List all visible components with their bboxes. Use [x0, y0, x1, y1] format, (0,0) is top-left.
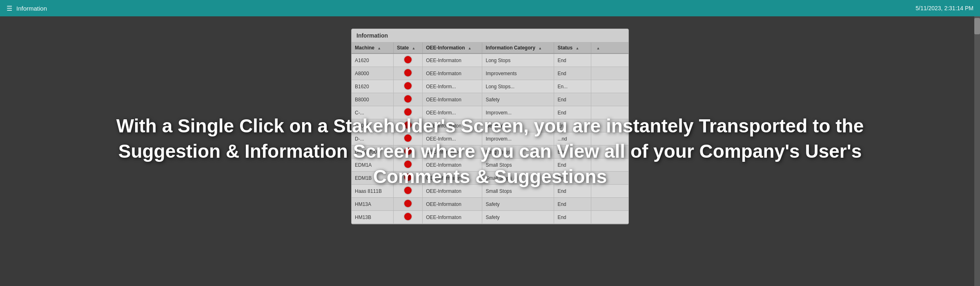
info-panel: Information Machine ▲ State ▲ OEE-Inform… — [351, 29, 629, 224]
table-row[interactable]: EDM1BOEE-InformatonSmall StopsEnd — [352, 172, 628, 185]
cell-info-category: Small Stops — [482, 185, 554, 198]
cell-info-category: Small Stops — [482, 159, 554, 172]
table-row[interactable]: A1620OEE-InformatonLong StopsEnd — [352, 54, 628, 67]
col-extra-header[interactable]: ▲ — [591, 42, 628, 54]
col-machine-header[interactable]: Machine ▲ — [352, 42, 393, 54]
datetime: 5/11/2023, 2:31:14 PM — [915, 5, 973, 11]
cell-status: End — [554, 172, 591, 185]
table-body: A1620OEE-InformatonLong StopsEndA8000OEE… — [352, 54, 628, 224]
cell-state — [393, 93, 422, 106]
sort-arrow-extra: ▲ — [596, 46, 600, 50]
state-indicator-red — [404, 147, 412, 155]
sort-arrow-state: ▲ — [412, 46, 416, 50]
cell-extra — [591, 132, 628, 145]
cell-state — [393, 145, 422, 159]
topbar-left: ☰ Information — [7, 4, 47, 12]
cell-extra — [591, 93, 628, 106]
cell-state — [393, 159, 422, 172]
col-status-header[interactable]: Status ▲ — [554, 42, 591, 54]
sort-arrow-status: ▲ — [575, 46, 579, 50]
cell-oee: OEE-Informaton — [423, 172, 482, 185]
cell-machine: A8000 — [352, 67, 393, 80]
table-row[interactable]: C8000OEE-InformatonGeneralEnd — [352, 119, 628, 132]
table-row[interactable]: EDM1AOEE-InformatonSmall StopsEnd — [352, 159, 628, 172]
cell-extra — [591, 211, 628, 224]
state-indicator-red — [404, 200, 412, 207]
state-indicator-red — [404, 56, 412, 63]
table-row[interactable]: DNM6700OEE-InformatonLong StopsEnd — [352, 145, 628, 159]
cell-extra — [591, 198, 628, 211]
cell-status: End — [554, 145, 591, 159]
cell-state — [393, 67, 422, 80]
cell-machine: DNM6700 — [352, 145, 393, 159]
cell-status: End — [554, 211, 591, 224]
cell-info-category: Improvem... — [482, 132, 554, 145]
cell-extra — [591, 80, 628, 93]
state-indicator-red — [404, 95, 412, 103]
state-indicator-red — [404, 134, 412, 142]
state-indicator-red — [404, 121, 412, 129]
cell-status: End — [554, 106, 591, 119]
col-oee-header[interactable]: OEE-Information ▲ — [423, 42, 482, 54]
cell-extra — [591, 54, 628, 67]
cell-oee: OEE-Inform... — [423, 132, 482, 145]
table-row[interactable]: HM13BOEE-InformatonSafetyEnd — [352, 211, 628, 224]
cell-info-category: Long Stops... — [482, 80, 554, 93]
cell-machine: A1620 — [352, 54, 393, 67]
col-state-header[interactable]: State ▲ — [393, 42, 422, 54]
cell-extra — [591, 119, 628, 132]
cell-state — [393, 80, 422, 93]
cell-state — [393, 119, 422, 132]
cell-status: End — [554, 185, 591, 198]
table-row[interactable]: B1620OEE-Inform...Long Stops...En... — [352, 80, 628, 93]
cell-status: End — [554, 93, 591, 106]
cell-extra — [591, 159, 628, 172]
table-row[interactable]: A8000OEE-InformatonImprovementsEnd — [352, 67, 628, 80]
cell-state — [393, 132, 422, 145]
cell-info-category: Safety — [482, 211, 554, 224]
cell-machine: C8000 — [352, 119, 393, 132]
cell-info-category: Small Stops — [482, 172, 554, 185]
cell-state — [393, 211, 422, 224]
table-header-row: Machine ▲ State ▲ OEE-Information ▲ Info… — [352, 42, 628, 54]
cell-oee: OEE-Informaton — [423, 185, 482, 198]
state-indicator-red — [404, 82, 412, 89]
cell-info-category: Long Stops — [482, 145, 554, 159]
table-row[interactable]: C-...OEE-Inform...Improvem...End — [352, 106, 628, 119]
cell-state — [393, 54, 422, 67]
cell-state — [393, 172, 422, 185]
cell-status: End — [554, 198, 591, 211]
table-row[interactable]: HM13AOEE-InformatonSafetyEnd — [352, 198, 628, 211]
info-table: Machine ▲ State ▲ OEE-Information ▲ Info… — [352, 42, 628, 224]
main-content: Information Machine ▲ State ▲ OEE-Inform… — [0, 16, 980, 286]
cell-extra — [591, 172, 628, 185]
state-indicator-red — [404, 69, 412, 76]
table-row[interactable]: D-...OEE-Inform...Improvem......nd — [352, 132, 628, 145]
cell-machine: B8000 — [352, 93, 393, 106]
sort-arrow-oee: ▲ — [468, 46, 472, 50]
cell-info-category: Improvem... — [482, 106, 554, 119]
cell-oee: OEE-Informaton — [423, 159, 482, 172]
cell-oee: OEE-Informaton — [423, 211, 482, 224]
cell-machine: EDM1A — [352, 159, 393, 172]
app-title: Information — [16, 5, 47, 12]
menu-icon[interactable]: ☰ — [7, 4, 12, 12]
sort-arrow-info-cat: ▲ — [538, 46, 542, 50]
cell-info-category: Long Stops — [482, 54, 554, 67]
state-indicator-red — [404, 108, 412, 116]
table-row[interactable]: B8000OEE-InformatonSafetyEnd — [352, 93, 628, 106]
cell-info-category: Improvements — [482, 67, 554, 80]
cell-status: End — [554, 159, 591, 172]
table-row[interactable]: Haas 8111BOEE-InformatonSmall StopsEnd — [352, 185, 628, 198]
cell-oee: OEE-Inform... — [423, 80, 482, 93]
cell-oee: OEE-Informaton — [423, 54, 482, 67]
cell-status: End — [554, 54, 591, 67]
cell-oee: OEE-Informaton — [423, 198, 482, 211]
cell-info-category: General — [482, 119, 554, 132]
cell-state — [393, 198, 422, 211]
state-indicator-red — [404, 213, 412, 220]
cell-oee: OEE-Inform... — [423, 106, 482, 119]
col-info-category-header[interactable]: Information Category ▲ — [482, 42, 554, 54]
cell-info-category: Safety — [482, 93, 554, 106]
state-indicator-red — [404, 174, 412, 181]
